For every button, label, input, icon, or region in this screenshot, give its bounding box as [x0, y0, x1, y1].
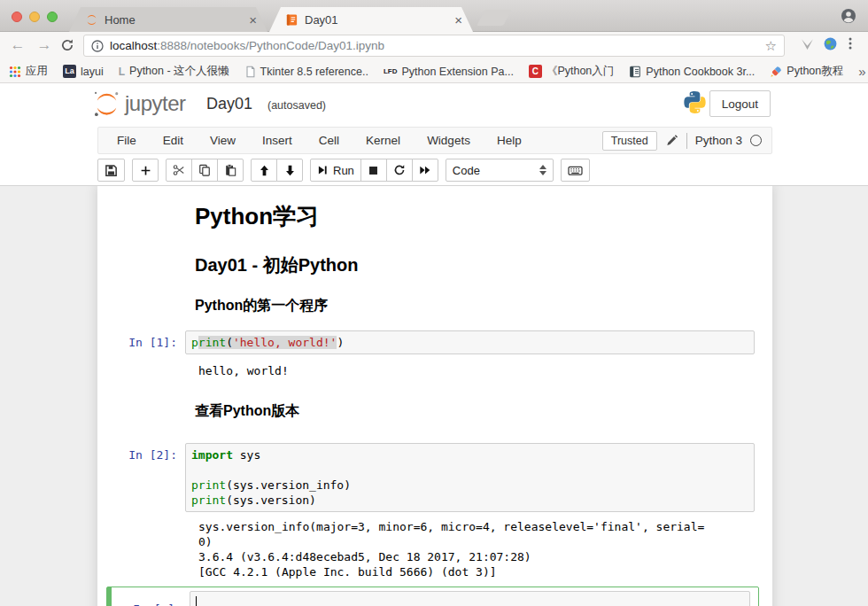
input-prompt: In [ ]: — [107, 591, 190, 606]
markdown-heading-1[interactable]: Python学习 — [195, 201, 759, 232]
code-input-empty[interactable] — [190, 591, 750, 606]
url-row: ← → localhost:8888/notebooks/PythonCode/… — [0, 32, 868, 59]
menu-file[interactable]: File — [104, 128, 150, 153]
bookmark-label: 应用 — [26, 64, 48, 79]
bookmark-layui[interactable]: La layui — [63, 65, 104, 78]
logout-button[interactable]: Logout — [709, 90, 771, 117]
letter-l-icon: L — [119, 66, 125, 78]
bookmark-tkinter[interactable]: Tkinter 8.5 reference.. — [244, 66, 368, 78]
notebook-menubar: File Edit View Insert Cell Kernel Widget… — [97, 127, 772, 154]
paste-cell-button[interactable] — [217, 159, 244, 182]
bookmark-label: Python Extension Pa... — [401, 66, 513, 78]
markdown-heading-4[interactable]: 查看Python版本 — [195, 402, 759, 421]
close-tab-icon[interactable]: × — [453, 13, 464, 27]
menu-insert[interactable]: Insert — [249, 128, 306, 153]
menu-kernel[interactable]: Kernel — [353, 128, 414, 153]
bookmark-star-icon[interactable]: ☆ — [765, 38, 777, 54]
close-tab-icon[interactable]: × — [247, 13, 259, 27]
window-titlebar: Home × Day01 × — [0, 0, 868, 32]
notebook-toolbar: Run Code — [97, 159, 590, 182]
dropdown-arrows-icon — [539, 165, 546, 175]
red-c-icon: C — [529, 65, 542, 78]
notebook-container: Python学习 Day01 - 初始Python Python的第一个程序 I… — [97, 186, 772, 606]
bookmark-label: Python - 这个人很懒 — [129, 64, 229, 79]
new-tab-button[interactable] — [477, 10, 512, 26]
tab-title: Home — [105, 13, 241, 27]
reload-icon[interactable] — [60, 36, 78, 52]
restart-run-all-button[interactable] — [412, 159, 438, 182]
menu-cell[interactable]: Cell — [306, 128, 353, 153]
layui-icon: La — [63, 65, 76, 78]
close-window-button[interactable] — [12, 12, 22, 22]
run-cell-button[interactable]: Run — [310, 159, 361, 182]
jupyter-wordmark[interactable]: jupyter — [125, 91, 186, 116]
notebook-title[interactable]: Day01 — [206, 95, 252, 113]
bookmarks-bar: 应用 La layui L Python - 这个人很懒 Tkinter 8.5… — [0, 59, 868, 83]
url-host: localhost — [110, 39, 157, 52]
bookmark-apps[interactable]: 应用 — [9, 64, 48, 79]
trusted-button[interactable]: Trusted — [602, 131, 657, 151]
bookmarks-overflow-chevron[interactable]: » — [858, 64, 865, 79]
extension-globe-icon[interactable] — [823, 36, 838, 51]
forward-icon[interactable]: → — [35, 36, 53, 54]
cell-1-output: hello, world! — [193, 363, 755, 378]
address-bar[interactable]: localhost:8888/notebooks/PythonCode/Day0… — [83, 35, 785, 57]
bookmark-label: Python Cookbook 3r... — [646, 66, 755, 78]
save-button[interactable] — [97, 159, 125, 182]
tab-day01[interactable]: Day01 × — [269, 7, 473, 32]
divider — [686, 133, 687, 149]
markdown-heading-2[interactable]: Day01 - 初始Python — [195, 253, 759, 277]
toolbar-row: Run Code — [0, 157, 868, 186]
book-icon — [629, 66, 641, 78]
page-icon — [244, 66, 256, 78]
add-cell-button[interactable] — [132, 159, 159, 182]
menu-view[interactable]: View — [197, 128, 249, 153]
input-prompt: In [1]: — [97, 330, 185, 354]
extension-v-icon[interactable] — [800, 36, 815, 51]
code-input[interactable]: import sys print(sys.version_info)print(… — [185, 443, 755, 512]
cut-cell-button[interactable] — [166, 159, 192, 182]
bookmark-python-extension[interactable]: LFD Python Extension Pa... — [384, 66, 514, 78]
bookmark-python-cookbook[interactable]: Python Cookbook 3r... — [629, 66, 755, 78]
bookmark-label: 《Python入门 — [546, 64, 614, 79]
tab-title: Day01 — [305, 13, 446, 27]
bookmark-python-intro[interactable]: C 《Python入门 — [529, 64, 614, 79]
run-label: Run — [333, 164, 354, 177]
code-input[interactable]: print('hello, world!') — [185, 330, 755, 354]
zoom-window-button[interactable] — [47, 12, 58, 22]
restart-kernel-button[interactable] — [386, 159, 413, 182]
browser-menu-icon[interactable] — [843, 36, 857, 50]
cell-2-output: sys.version_info(major=3, minor=6, micro… — [193, 519, 755, 579]
bookmark-python-blog[interactable]: L Python - 这个人很懒 — [119, 64, 229, 79]
site-info-icon[interactable] — [91, 40, 104, 52]
checkpoint-status: (autosaved) — [267, 99, 326, 112]
traffic-lights — [12, 12, 58, 22]
browser-toolbar: ← → localhost:8888/notebooks/PythonCode/… — [0, 32, 868, 83]
move-cell-up-button[interactable] — [251, 159, 277, 182]
tab-home[interactable]: Home × — [69, 7, 267, 32]
minimize-window-button[interactable] — [29, 12, 40, 22]
code-cell-3-selected[interactable]: In [ ]: — [106, 587, 759, 606]
edit-title-pencil-icon[interactable] — [665, 134, 678, 147]
menu-widgets[interactable]: Widgets — [414, 128, 484, 153]
copy-cell-button[interactable] — [191, 159, 218, 182]
menu-help[interactable]: Help — [484, 128, 535, 153]
jupyter-logo-icon[interactable] — [92, 89, 121, 119]
jupyter-favicon — [85, 13, 98, 27]
bookmark-python-tutorial[interactable]: Python教程 — [770, 64, 843, 79]
kernel-name: Python 3 — [695, 134, 742, 147]
menu-edit[interactable]: Edit — [150, 128, 197, 153]
code-cell-1[interactable]: In [1]: print('hello, world!') — [97, 330, 772, 354]
apps-grid-icon — [9, 66, 21, 78]
notebook-body: Python学习 Day01 - 初始Python Python的第一个程序 I… — [0, 186, 868, 606]
cell-type-dropdown[interactable]: Code — [446, 159, 554, 182]
code-cell-2[interactable]: In [2]: import sys print(sys.version_inf… — [97, 443, 772, 512]
profile-icon[interactable] — [841, 8, 856, 24]
interrupt-kernel-button[interactable] — [360, 159, 387, 182]
move-cell-down-button[interactable] — [276, 159, 303, 182]
text-cursor — [196, 596, 197, 606]
bookmark-label: Python教程 — [787, 64, 843, 79]
markdown-heading-3[interactable]: Python的第一个程序 — [195, 297, 759, 315]
command-palette-button[interactable] — [561, 159, 590, 182]
back-icon[interactable]: ← — [9, 36, 27, 54]
